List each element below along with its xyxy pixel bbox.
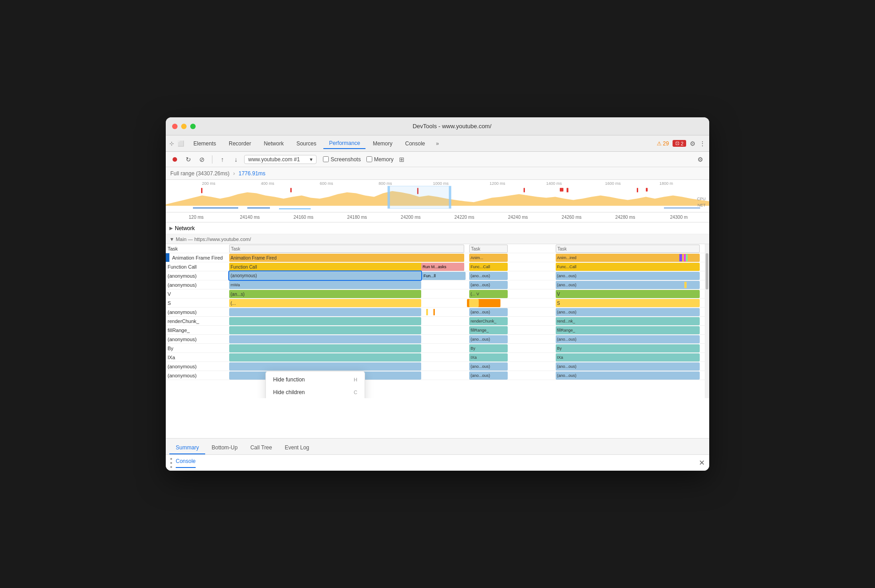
menu-hide-children[interactable]: Hide children C xyxy=(266,386,365,398)
network-expand-arrow[interactable]: ▶ xyxy=(169,226,173,231)
device-icon[interactable]: ⬜ xyxy=(178,140,184,147)
ts-2: 24160 ms xyxy=(277,215,330,220)
cursor-icon[interactable]: ⊹ xyxy=(169,140,174,147)
screenshots-checkbox-label[interactable]: Screenshots xyxy=(323,156,361,163)
tab-elements[interactable]: Elements xyxy=(188,139,221,149)
timeline-svg: 200 ms 400 ms 600 ms 800 ms 1000 ms 1200… xyxy=(166,180,709,212)
by-label: By xyxy=(166,346,229,351)
tab-recorder[interactable]: Recorder xyxy=(223,139,256,149)
function-bars: Function Call Func...Call Func...Call Ru… xyxy=(229,262,709,271)
fill-bars: fillRange_ fillRange_ xyxy=(229,326,709,334)
console-bar: Console ✕ xyxy=(166,454,709,471)
svg-point-0 xyxy=(173,157,177,162)
net-label: NET xyxy=(697,203,706,207)
tab-network[interactable]: Network xyxy=(258,139,289,149)
warnings-area: ⚠ 29 ⊡ 2 ⚙ ⋮ xyxy=(657,140,706,147)
v-label: V xyxy=(166,291,229,297)
ts-7: 24260 ms xyxy=(545,215,598,220)
window-title: DevTools - www.youtube.com/ xyxy=(201,123,703,130)
error-badge: ⊡ 2 xyxy=(673,140,686,147)
memory-checkbox-label[interactable]: Memory xyxy=(366,156,394,163)
clear-button[interactable]: ⊘ xyxy=(197,154,207,165)
tab-memory[interactable]: Memory xyxy=(367,139,398,149)
chevron-down-icon: ▾ xyxy=(310,156,312,163)
tab-summary[interactable]: Summary xyxy=(169,442,205,454)
tab-performance[interactable]: Performance xyxy=(323,138,365,149)
flame-row-by[interactable]: By By By xyxy=(166,344,709,353)
flame-row-task[interactable]: Task Task Task Task xyxy=(166,244,709,253)
scroll-thumb[interactable] xyxy=(706,253,708,289)
error-icon: ⊡ xyxy=(675,140,679,146)
by-bars: By By xyxy=(229,344,709,352)
ixa-label: IXa xyxy=(166,355,229,360)
tab-bar: ⊹ ⬜ Elements Recorder Network Sources Pe… xyxy=(166,135,709,152)
cpu-label: CPU xyxy=(697,197,706,201)
anon1-bars: (anonymous) Fun...ll (ano...ous) (ano...… xyxy=(229,271,709,280)
svg-rect-11 xyxy=(290,188,292,193)
anon2-label: (anonymous) xyxy=(166,282,229,288)
flame-row-function[interactable]: Function Call Function Call Func...Call … xyxy=(166,262,709,271)
memory-label: Memory xyxy=(374,156,394,163)
svg-text:1600 ms: 1600 ms xyxy=(605,181,621,186)
flame-row-v[interactable]: V (an...s) (... V V xyxy=(166,289,709,299)
title-bar: DevTools - www.youtube.com/ xyxy=(166,117,709,135)
memory-checkbox[interactable] xyxy=(366,156,372,162)
flame-row-anon-6[interactable]: (anonymous) (ano...ous) (ano...ous) xyxy=(166,371,709,380)
minimize-button[interactable] xyxy=(181,124,187,129)
flame-row-anon-1[interactable]: (anonymous) (anonymous) Fun...ll (ano...… xyxy=(166,271,709,280)
flame-row-animation[interactable]: Animation Frame Fired Animation Frame Fi… xyxy=(166,253,709,262)
svg-text:1000 ms: 1000 ms xyxy=(433,181,449,186)
svg-text:1400 ms: 1400 ms xyxy=(546,181,562,186)
download-button[interactable]: ↓ xyxy=(231,154,241,165)
window-controls xyxy=(172,124,196,129)
warning-count: 29 xyxy=(663,140,669,147)
tab-bottom-up[interactable]: Bottom-Up xyxy=(205,442,244,454)
flame-row-ixa[interactable]: IXa IXa IXa xyxy=(166,353,709,362)
more-tabs[interactable]: » xyxy=(433,139,443,149)
flame-content: Task Task Task Task Animation Frame Fire… xyxy=(166,244,709,398)
ts-1: 24140 ms xyxy=(223,215,276,220)
warning-badge: ⚠ 29 xyxy=(657,140,669,147)
record-button[interactable] xyxy=(169,154,180,165)
menu-hide-function[interactable]: Hide function H xyxy=(266,373,365,386)
hide-function-label: Hide function xyxy=(273,376,305,383)
network-row[interactable]: ▶ Network xyxy=(166,222,709,234)
flame-row-render[interactable]: renderChunk_ renderChunk_ rend...nk_ xyxy=(166,317,709,326)
anon2-bars: mWa (ano...ous) (ano...ous) xyxy=(229,280,709,289)
warning-icon: ⚠ xyxy=(657,140,662,147)
reload-button[interactable]: ↻ xyxy=(183,154,194,165)
upload-button[interactable]: ↑ xyxy=(217,154,228,165)
tab-console[interactable]: Console xyxy=(399,139,430,149)
capture-settings-icon[interactable]: ⊞ xyxy=(399,156,404,163)
flame-row-fill[interactable]: fillRange_ fillRange_ fillRange_ xyxy=(166,326,709,335)
tab-sources[interactable]: Sources xyxy=(291,139,322,149)
close-icon[interactable]: ✕ xyxy=(699,458,705,467)
url-selector[interactable]: www.youtube.com #1 ▾ xyxy=(244,155,317,164)
checkbox-group: Screenshots Memory ⊞ xyxy=(323,156,404,163)
console-title[interactable]: Console xyxy=(176,458,196,468)
devtools-settings-icon[interactable]: ⚙ xyxy=(695,154,706,165)
svg-rect-10 xyxy=(201,188,202,193)
anon3-label: (anonymous) xyxy=(166,309,229,315)
selected-range-label: 1776.91ms xyxy=(239,170,265,177)
tab-call-tree[interactable]: Call Tree xyxy=(244,442,279,454)
close-button[interactable] xyxy=(172,124,178,129)
maximize-button[interactable] xyxy=(190,124,196,129)
anon1-label: (anonymous) xyxy=(166,273,229,279)
ts-3: 24180 ms xyxy=(330,215,384,220)
toolbar-separator xyxy=(212,155,212,164)
scroll-track[interactable] xyxy=(705,244,709,398)
flame-row-anon-3[interactable]: (anonymous) (ano...ous) (ano...ous) xyxy=(166,308,709,317)
more-options-icon[interactable]: ⋮ xyxy=(699,140,706,147)
timeline-overview[interactable]: 200 ms 400 ms 600 ms 800 ms 1000 ms 1200… xyxy=(166,180,709,212)
bottom-tabs: Summary Bottom-Up Call Tree Event Log xyxy=(166,438,709,454)
drag-handle[interactable] xyxy=(170,458,172,468)
flame-row-anon-2[interactable]: (anonymous) mWa (ano...ous) (ano...ous) xyxy=(166,280,709,289)
tab-event-log[interactable]: Event Log xyxy=(279,442,316,454)
flame-row-anon-5[interactable]: (anonymous) (ano...ous) (ano...ous) xyxy=(166,362,709,371)
flame-row-anon-4[interactable]: (anonymous) (ano...ous) (ano...ous) xyxy=(166,335,709,344)
settings-icon[interactable]: ⚙ xyxy=(690,140,696,147)
ixa-bars: IXa IXa xyxy=(229,353,709,361)
screenshots-checkbox[interactable] xyxy=(323,156,329,162)
flame-row-s[interactable]: S (... S xyxy=(166,299,709,308)
